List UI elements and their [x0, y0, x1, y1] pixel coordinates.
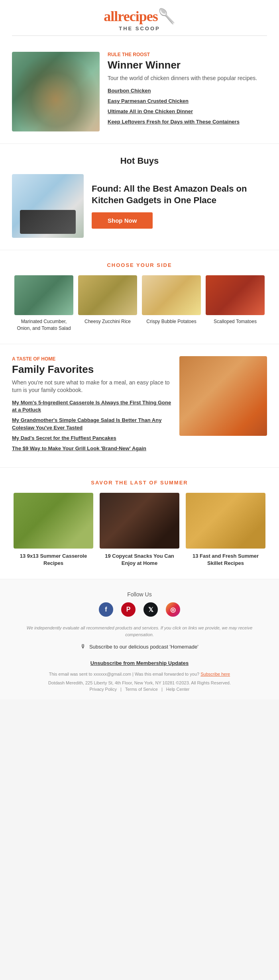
family-link-1[interactable]: My Mom's 5-Ingredient Casserole Is Alway…: [12, 399, 171, 414]
summer-section: SAVOR THE LAST OF SUMMER 13 9x13 Summer …: [0, 467, 279, 579]
facebook-icon[interactable]: f: [99, 602, 113, 617]
family-section: A Taste of Home Family Favorites When yo…: [0, 344, 279, 468]
footer-disclaimer: We independently evaluate all recommende…: [12, 625, 267, 638]
chicken-content: Rule the Roost Winner Winner Tour the wo…: [108, 52, 267, 129]
sides-grid: Marinated Cucumber, Onion, and Tomato Sa…: [8, 275, 271, 332]
chicken-overline: Rule the Roost: [108, 52, 267, 57]
instagram-icon[interactable]: ◎: [166, 602, 180, 617]
summer-label-1: 13 9x13 Summer Casserole Recipes: [14, 553, 93, 567]
family-desc: When you're not sure what to make for a …: [12, 379, 171, 394]
side-label-1: Marinated Cucumber, Onion, and Tomato Sa…: [14, 318, 73, 332]
side-label-4: Scalloped Tomatoes: [214, 318, 257, 325]
hotbuys-section-title: Hot Buys: [12, 156, 267, 166]
follow-label: Follow Us: [12, 591, 267, 598]
side-label-3: Crispy Bubble Potatoes: [146, 318, 196, 325]
sides-section: CHOOSE YOUR SIDE Marinated Cucumber, Oni…: [0, 250, 279, 344]
chicken-link-2[interactable]: Easy Parmesan Crusted Chicken: [108, 98, 267, 105]
microphone-icon: 🎙: [81, 643, 86, 650]
footer-podcast[interactable]: 🎙 Subscribe to our delicious podcast 'Ho…: [12, 643, 267, 650]
footer-company: Dotdash Meredith, 225 Liberty St, 4th Fl…: [12, 680, 267, 687]
shop-now-button[interactable]: Shop Now: [92, 212, 153, 229]
social-icons: f P 𝕏 ◎: [12, 602, 267, 617]
spoon-icon: 🥄: [158, 8, 175, 24]
summer-image-3: [186, 493, 265, 549]
logo: allrecipes🥄: [0, 8, 279, 25]
summer-image-1: [14, 493, 93, 549]
pinterest-icon[interactable]: P: [121, 602, 136, 617]
chicken-link-3[interactable]: Ultimate All in One Chicken Dinner: [108, 108, 267, 115]
side-item-3[interactable]: Crispy Bubble Potatoes: [142, 275, 201, 332]
hotbuys-image: [12, 174, 84, 238]
subscribe-link[interactable]: Subscribe here: [200, 672, 230, 676]
side-item-1[interactable]: Marinated Cucumber, Onion, and Tomato Sa…: [14, 275, 73, 332]
family-image: [179, 356, 267, 436]
summer-label-3: 13 Fast and Fresh Summer Skillet Recipes: [186, 553, 265, 567]
chicken-section: Rule the Roost Winner Winner Tour the wo…: [0, 40, 279, 143]
chicken-image: [12, 52, 100, 131]
privacy-policy-link[interactable]: Privacy Policy: [89, 687, 116, 692]
family-title: Family Favorites: [12, 363, 171, 376]
hotbuys-content: Found: All the Best Amazon Deals on Kitc…: [92, 183, 267, 229]
header: allrecipes🥄 THE SCOOP: [0, 0, 279, 40]
chicken-link-4[interactable]: Keep Leftovers Fresh for Days with These…: [108, 118, 267, 125]
family-overline: A Taste of Home: [12, 356, 171, 362]
footer-links: Privacy Policy | Terms of Service | Help…: [12, 687, 267, 692]
hotbuys-inner: Found: All the Best Amazon Deals on Kitc…: [12, 174, 267, 238]
chicken-desc: Tour the world of chicken dinners with t…: [108, 74, 267, 82]
help-center-link[interactable]: Help Center: [166, 687, 190, 692]
summer-title: SAVOR THE LAST OF SUMMER: [8, 480, 271, 486]
hotbuys-headline: Found: All the Best Amazon Deals on Kitc…: [92, 183, 267, 206]
unsubscribe-link[interactable]: Unsubscribe from Membership Updates: [12, 660, 267, 666]
footer: Follow Us f P 𝕏 ◎ We independently evalu…: [0, 579, 279, 700]
side-image-3: [142, 275, 201, 315]
footer-sent: This email was sent to xxxxxx@gmail.com …: [12, 672, 267, 676]
summer-item-3[interactable]: 13 Fast and Fresh Summer Skillet Recipes: [186, 493, 265, 567]
side-image-4: [206, 275, 265, 315]
family-content: A Taste of Home Family Favorites When yo…: [12, 356, 171, 456]
side-item-2[interactable]: Cheesy Zucchini Rice: [78, 275, 137, 332]
tagline: THE SCOOP: [0, 25, 279, 31]
side-item-4[interactable]: Scalloped Tomatoes: [206, 275, 265, 332]
family-link-3[interactable]: My Dad's Secret for the Fluffiest Pancak…: [12, 435, 171, 442]
side-image-2: [78, 275, 137, 315]
chicken-link-1[interactable]: Bourbon Chicken: [108, 87, 267, 94]
twitter-icon[interactable]: 𝕏: [143, 602, 158, 617]
summer-item-2[interactable]: 19 Copycat Snacks You Can Enjoy at Home: [100, 493, 179, 567]
side-label-2: Cheesy Zucchini Rice: [84, 318, 131, 325]
summer-label-2: 19 Copycat Snacks You Can Enjoy at Home: [100, 553, 179, 567]
summer-item-1[interactable]: 13 9x13 Summer Casserole Recipes: [14, 493, 93, 567]
email-wrapper: allrecipes🥄 THE SCOOP Rule the Roost Win…: [0, 0, 279, 700]
header-divider: [12, 35, 267, 36]
terms-link[interactable]: Terms of Service: [125, 687, 158, 692]
summer-grid: 13 9x13 Summer Casserole Recipes 19 Copy…: [8, 493, 271, 567]
summer-image-2: [100, 493, 179, 549]
chicken-title: Winner Winner: [108, 59, 267, 71]
sides-title: CHOOSE YOUR SIDE: [8, 262, 271, 268]
family-link-4[interactable]: The $9 Way to Make Your Grill Look 'Bran…: [12, 445, 171, 452]
side-image-1: [14, 275, 73, 315]
family-link-2[interactable]: My Grandmother's Simple Cabbage Salad Is…: [12, 417, 171, 431]
hotbuys-section: Hot Buys Found: All the Best Amazon Deal…: [0, 143, 279, 250]
